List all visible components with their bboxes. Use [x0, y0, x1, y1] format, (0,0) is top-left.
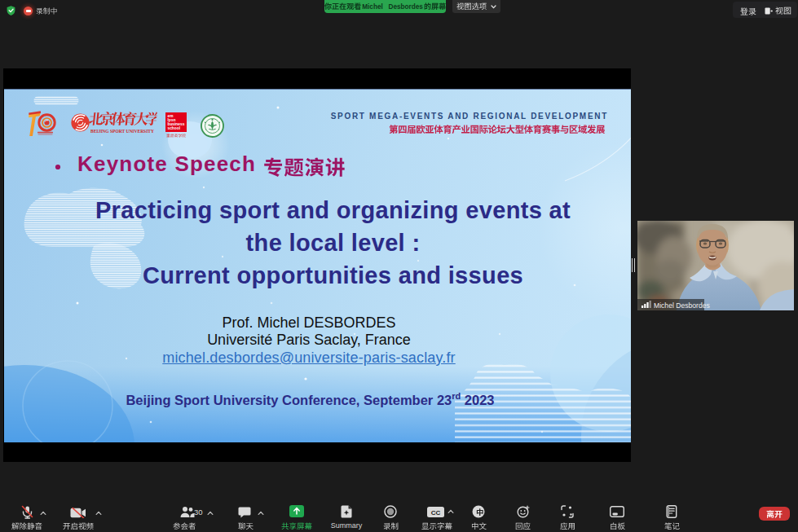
- svg-text:CC: CC: [431, 509, 441, 517]
- svg-text:Michel Desbordes: Michel Desbordes: [654, 301, 710, 310]
